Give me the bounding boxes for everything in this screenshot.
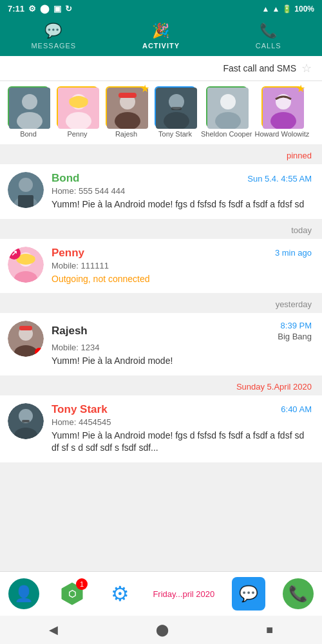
fav-rajesh[interactable]: ★ Rajesh (103, 86, 149, 138)
svg-rect-14 (171, 107, 182, 110)
tony-name: Tony Stark (52, 403, 108, 416)
tony-message: Yumm! Pie à la Android mode! fgs d fsfsd… (52, 430, 312, 455)
time: 7:11 (8, 4, 24, 14)
fast-call-bar: Fast call and SMS ☆ (0, 56, 322, 81)
wifi-icon: ▲ (262, 5, 270, 14)
tony-time: 6:40 AM (281, 404, 312, 414)
fav-avatar-rajesh: ★ (106, 86, 147, 128)
back-button[interactable]: ◀ (49, 623, 58, 637)
fav-rajesh-name: Rajesh (115, 130, 137, 138)
fav-penny-name: Penny (67, 130, 87, 138)
tony-name-row: Tony Stark 6:40 AM (52, 403, 312, 416)
tab-bar: 💬 MESSAGES 🎉 ACTIVITY 📞 CALLS (0, 17, 322, 56)
fav-howard-name: Howard Wolowitz (255, 130, 310, 138)
bond-message: Yumm! Pie à la Android mode! fgs d fsfsd… (52, 198, 312, 211)
activity-icon: 🎉 (152, 23, 170, 39)
avatar-tony (8, 403, 44, 439)
sim-icon: ▣ (53, 4, 61, 14)
penny-time: 3 min ago (275, 248, 312, 258)
outgoing-arrow-icon: ↗ (8, 247, 21, 260)
main-content: Bond Penny ★ (0, 81, 322, 555)
fav-bond-name: Bond (20, 130, 37, 138)
friday-label: Friday...pril 2020 (153, 589, 214, 599)
home-button[interactable]: ⬤ (156, 623, 169, 637)
recent-button[interactable]: ■ (266, 623, 273, 637)
chat-button[interactable]: 💬 (232, 577, 265, 611)
bond-name: Bond (52, 172, 79, 185)
badge-count: 1 (76, 578, 88, 590)
battery-level: 100% (294, 5, 314, 14)
fav-tony-stark[interactable]: Tony Stark (152, 86, 198, 138)
svg-text:⬡: ⬡ (68, 589, 76, 599)
status-right: ▲ ▲ 🔋 100% (262, 5, 314, 14)
bond-time: Sun 5.4. 4:55 AM (247, 174, 312, 184)
fav-avatar-howard: ★ (261, 86, 303, 128)
avatar-penny: ↗ (8, 247, 44, 283)
missed-dot (35, 348, 44, 357)
penny-name: Penny (52, 247, 84, 260)
fav-star-howard: ★ (296, 82, 305, 95)
svg-rect-37 (22, 420, 30, 422)
svg-rect-10 (118, 93, 137, 98)
rajesh-name-row: Rajesh 8:39 PM Big Bang (52, 321, 312, 341)
avatar-bond (8, 172, 44, 208)
section-sunday-label: Sunday 5.April 2020 (0, 378, 322, 395)
settings-icon-btn[interactable]: ⚙ (105, 578, 136, 609)
rajesh-name: Rajesh (52, 325, 88, 337)
tab-activity[interactable]: 🎉 ACTIVITY (108, 23, 215, 50)
svg-rect-25 (18, 195, 33, 208)
avatar-rajesh (8, 321, 44, 357)
status-bar: 7:11 ⚙ ⬤ ▣ ↻ ▲ ▲ 🔋 100% (0, 0, 322, 17)
fav-sheldon-name: Sheldon Cooper (201, 130, 252, 138)
contacts-icon[interactable]: 👤 (8, 578, 39, 609)
signal-icon: ▲ (272, 5, 279, 14)
svg-point-16 (220, 94, 236, 109)
rajesh-number: Mobile: 1234 (52, 343, 312, 352)
contact-info-bond: Bond Sun 5.4. 4:55 AM Home: 555 544 444 … (52, 172, 312, 211)
tab-calls[interactable]: 📞 CALLS (214, 23, 322, 50)
contact-card-rajesh[interactable]: Rajesh 8:39 PM Big Bang Mobile: 1234 Yum… (0, 313, 322, 375)
favorites-row: Bond Penny ★ (0, 81, 322, 147)
battery-icon: 🔋 (282, 5, 292, 14)
contact-card-bond[interactable]: Bond Sun 5.4. 4:55 AM Home: 555 544 444 … (0, 164, 322, 219)
penny-name-row: Penny 3 min ago (52, 247, 312, 260)
contact-info-rajesh: Rajesh 8:39 PM Big Bang Mobile: 1234 Yum… (52, 321, 312, 368)
fav-penny[interactable]: Penny (54, 86, 100, 138)
fav-howard[interactable]: ★ Howard Wolowitz (255, 86, 310, 138)
contact-card-penny[interactable]: ↗ Penny 3 min ago Mobile: 111111 Outgoin… (0, 239, 322, 294)
tab-activity-label: ACTIVITY (142, 42, 180, 50)
status-left: 7:11 ⚙ ⬤ ▣ ↻ (8, 4, 72, 14)
section-today-label: today (0, 222, 322, 239)
hex-icon[interactable]: ⬡ 1 (57, 578, 88, 609)
bottom-nav: 👤 ⬡ 1 ⚙ Friday...pril 2020 💬 📞 (0, 571, 322, 616)
sync-icon: ↻ (65, 4, 72, 14)
tab-messages[interactable]: 💬 MESSAGES (0, 23, 108, 50)
contacts-person-icon: 👤 (14, 585, 33, 603)
svg-point-23 (19, 178, 33, 192)
bond-name-row: Bond Sun 5.4. 4:55 AM (52, 172, 312, 185)
rajesh-time: 8:39 PM (281, 321, 312, 330)
section-pinned-label: pinned (0, 147, 322, 164)
messages-icon: 💬 (44, 23, 62, 39)
call-button[interactable]: 📞 (283, 578, 314, 609)
svg-point-1 (22, 94, 37, 109)
system-nav: ◀ ⬤ ■ (0, 616, 322, 644)
tony-number: Home: 4454545 (52, 417, 312, 427)
fav-avatar-bond (8, 86, 49, 128)
contact-card-tony[interactable]: Tony Stark 6:40 AM Home: 4454545 Yumm! P… (0, 395, 322, 462)
fast-call-label: Fast call and SMS (223, 63, 296, 73)
contact-info-tony: Tony Stark 6:40 AM Home: 4454545 Yumm! P… (52, 403, 312, 455)
rajesh-tag: Big Bang (278, 332, 312, 341)
calls-icon: 📞 (260, 23, 278, 39)
fav-sheldon[interactable]: Sheldon Cooper (201, 86, 252, 138)
fav-bond[interactable]: Bond (5, 86, 52, 138)
fav-avatar-tony (155, 86, 196, 128)
fav-star-rajesh: ★ (140, 82, 149, 95)
fav-tony-name: Tony Stark (158, 130, 192, 138)
rajesh-message: Yumm! Pie à la Android mode! (52, 355, 312, 368)
gear-icon: ⚙ (111, 582, 129, 606)
settings-icon: ⚙ (28, 4, 36, 14)
fav-avatar-penny (57, 86, 98, 128)
favorite-star-icon[interactable]: ☆ (301, 61, 312, 75)
contact-info-penny: Penny 3 min ago Mobile: 111111 Outgoing,… (52, 247, 312, 286)
